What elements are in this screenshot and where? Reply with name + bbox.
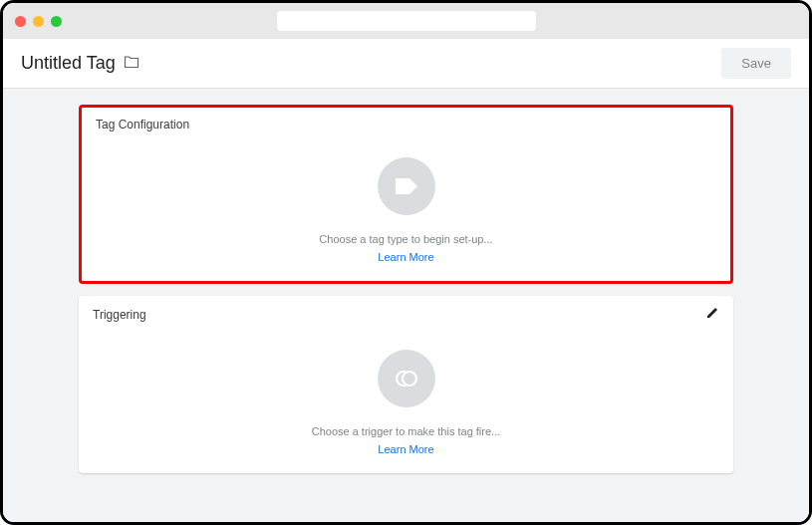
header-left: Untitled Tag — [21, 53, 139, 74]
card-body: Choose a trigger to make this tag fire..… — [93, 324, 719, 455]
save-button[interactable]: Save — [721, 48, 791, 79]
card-header: Tag Configuration — [96, 118, 716, 131]
maximize-window-icon[interactable] — [51, 16, 62, 27]
card-body: Choose a tag type to begin set-up... Lea… — [96, 131, 716, 263]
folder-icon[interactable] — [124, 55, 139, 73]
titlebar — [3, 3, 809, 39]
tag-title[interactable]: Untitled Tag — [21, 53, 116, 74]
triggering-learn-more-link[interactable]: Learn More — [378, 443, 433, 455]
card-title: Triggering — [93, 308, 146, 322]
tag-configuration-card[interactable]: Tag Configuration Choose a tag type to b… — [79, 105, 733, 284]
cards-container: Tag Configuration Choose a tag type to b… — [3, 89, 809, 522]
trigger-icon — [378, 350, 435, 407]
page-header: Untitled Tag Save — [3, 39, 809, 89]
app-window: Untitled Tag Save Tag Configuration — [0, 0, 812, 525]
triggering-prompt: Choose a trigger to make this tag fire..… — [312, 425, 501, 437]
tag-config-prompt: Choose a tag type to begin set-up... — [319, 233, 492, 245]
tag-config-learn-more-link[interactable]: Learn More — [378, 251, 433, 263]
svg-point-1 — [403, 372, 416, 386]
tag-type-icon — [378, 157, 435, 215]
pencil-icon[interactable] — [705, 306, 719, 324]
minimize-window-icon[interactable] — [33, 16, 44, 27]
window-controls — [15, 16, 62, 27]
content-area: Untitled Tag Save Tag Configuration — [3, 39, 809, 522]
address-bar[interactable] — [277, 11, 536, 31]
triggering-card[interactable]: Triggering Choose a trigger to — [79, 296, 733, 473]
card-header: Triggering — [93, 306, 719, 324]
card-title: Tag Configuration — [96, 118, 189, 131]
close-window-icon[interactable] — [15, 16, 26, 27]
